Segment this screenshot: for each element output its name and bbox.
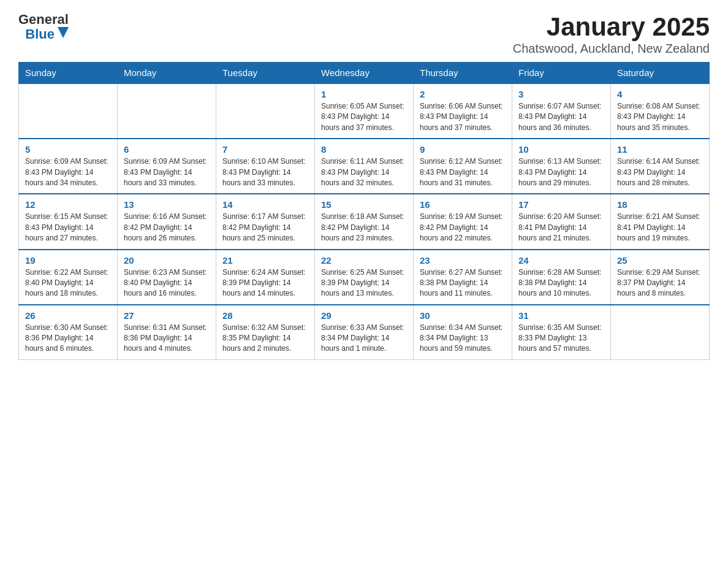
day-info: Sunrise: 6:07 AM Sunset: 8:43 PM Dayligh…	[518, 101, 604, 133]
calendar-day-cell	[611, 305, 710, 360]
calendar-day-cell	[19, 83, 118, 139]
day-info: Sunrise: 6:20 AM Sunset: 8:41 PM Dayligh…	[518, 212, 604, 243]
calendar-day-cell: 5Sunrise: 6:09 AM Sunset: 8:43 PM Daylig…	[19, 139, 118, 194]
calendar-week-row: 12Sunrise: 6:15 AM Sunset: 8:43 PM Dayli…	[19, 194, 710, 249]
day-number: 12	[25, 199, 111, 210]
day-number: 27	[124, 310, 210, 321]
day-number: 7	[222, 144, 308, 155]
day-number: 21	[222, 255, 308, 266]
day-number: 29	[321, 310, 407, 321]
calendar-day-cell: 24Sunrise: 6:28 AM Sunset: 8:38 PM Dayli…	[512, 250, 611, 305]
weekday-header: Monday	[118, 63, 216, 84]
logo-arrow-icon	[58, 27, 69, 38]
day-number: 2	[420, 89, 506, 99]
day-number: 13	[124, 199, 210, 210]
calendar-day-cell: 2Sunrise: 6:06 AM Sunset: 8:43 PM Daylig…	[414, 83, 512, 139]
calendar-day-cell: 26Sunrise: 6:30 AM Sunset: 8:36 PM Dayli…	[19, 305, 118, 360]
day-number: 4	[617, 89, 703, 99]
day-number: 5	[25, 144, 111, 155]
calendar-day-cell: 8Sunrise: 6:11 AM Sunset: 8:43 PM Daylig…	[315, 139, 414, 194]
calendar-day-cell: 29Sunrise: 6:33 AM Sunset: 8:34 PM Dayli…	[315, 305, 414, 360]
day-info: Sunrise: 6:32 AM Sunset: 8:35 PM Dayligh…	[222, 323, 308, 354]
day-number: 26	[25, 310, 111, 321]
day-info: Sunrise: 6:31 AM Sunset: 8:36 PM Dayligh…	[124, 323, 210, 354]
weekday-header-row: SundayMondayTuesdayWednesdayThursdayFrid…	[19, 63, 710, 84]
calendar-week-row: 1Sunrise: 6:05 AM Sunset: 8:43 PM Daylig…	[19, 83, 710, 139]
day-info: Sunrise: 6:12 AM Sunset: 8:43 PM Dayligh…	[420, 156, 506, 188]
logo-blue: Blue	[25, 27, 55, 42]
day-info: Sunrise: 6:19 AM Sunset: 8:42 PM Dayligh…	[420, 212, 506, 243]
calendar-day-cell	[118, 83, 216, 139]
day-number: 9	[420, 144, 506, 155]
day-number: 23	[420, 255, 506, 266]
calendar-day-cell: 21Sunrise: 6:24 AM Sunset: 8:39 PM Dayli…	[216, 250, 315, 305]
day-info: Sunrise: 6:09 AM Sunset: 8:43 PM Dayligh…	[124, 156, 210, 188]
calendar-day-cell: 13Sunrise: 6:16 AM Sunset: 8:42 PM Dayli…	[118, 194, 216, 249]
day-info: Sunrise: 6:11 AM Sunset: 8:43 PM Dayligh…	[321, 156, 407, 188]
day-number: 25	[617, 255, 703, 266]
calendar-day-cell: 14Sunrise: 6:17 AM Sunset: 8:42 PM Dayli…	[216, 194, 315, 249]
calendar-day-cell: 25Sunrise: 6:29 AM Sunset: 8:37 PM Dayli…	[611, 250, 710, 305]
day-info: Sunrise: 6:24 AM Sunset: 8:39 PM Dayligh…	[222, 267, 308, 299]
day-number: 11	[617, 144, 703, 155]
calendar-day-cell: 12Sunrise: 6:15 AM Sunset: 8:43 PM Dayli…	[19, 194, 118, 249]
day-number: 24	[518, 255, 604, 266]
day-info: Sunrise: 6:15 AM Sunset: 8:43 PM Dayligh…	[25, 212, 111, 243]
calendar-day-cell: 6Sunrise: 6:09 AM Sunset: 8:43 PM Daylig…	[118, 139, 216, 194]
day-number: 15	[321, 199, 407, 210]
calendar-subtitle: Chatswood, Auckland, New Zealand	[513, 42, 710, 56]
weekday-header: Tuesday	[216, 63, 315, 84]
calendar-day-cell: 19Sunrise: 6:22 AM Sunset: 8:40 PM Dayli…	[19, 250, 118, 305]
day-info: Sunrise: 6:22 AM Sunset: 8:40 PM Dayligh…	[25, 267, 111, 299]
day-number: 20	[124, 255, 210, 266]
day-number: 3	[518, 89, 604, 99]
calendar-day-cell: 31Sunrise: 6:35 AM Sunset: 8:33 PM Dayli…	[512, 305, 611, 360]
calendar-table: SundayMondayTuesdayWednesdayThursdayFrid…	[18, 62, 710, 360]
calendar-day-cell: 23Sunrise: 6:27 AM Sunset: 8:38 PM Dayli…	[414, 250, 512, 305]
day-number: 31	[518, 310, 604, 321]
weekday-header: Friday	[512, 63, 611, 84]
calendar-title: January 2025	[513, 12, 710, 42]
day-info: Sunrise: 6:21 AM Sunset: 8:41 PM Dayligh…	[617, 212, 703, 243]
calendar-day-cell: 1Sunrise: 6:05 AM Sunset: 8:43 PM Daylig…	[315, 83, 414, 139]
day-number: 22	[321, 255, 407, 266]
day-number: 10	[518, 144, 604, 155]
day-number: 17	[518, 199, 604, 210]
day-info: Sunrise: 6:16 AM Sunset: 8:42 PM Dayligh…	[124, 212, 210, 243]
day-info: Sunrise: 6:27 AM Sunset: 8:38 PM Dayligh…	[420, 267, 506, 299]
calendar-day-cell: 22Sunrise: 6:25 AM Sunset: 8:39 PM Dayli…	[315, 250, 414, 305]
weekday-header: Sunday	[19, 63, 118, 84]
calendar-week-row: 26Sunrise: 6:30 AM Sunset: 8:36 PM Dayli…	[19, 305, 710, 360]
weekday-header: Saturday	[611, 63, 710, 84]
day-number: 16	[420, 199, 506, 210]
day-info: Sunrise: 6:18 AM Sunset: 8:42 PM Dayligh…	[321, 212, 407, 243]
title-block: January 2025 Chatswood, Auckland, New Ze…	[513, 12, 710, 56]
day-info: Sunrise: 6:29 AM Sunset: 8:37 PM Dayligh…	[617, 267, 703, 299]
logo: General Blue	[18, 12, 69, 42]
day-info: Sunrise: 6:13 AM Sunset: 8:43 PM Dayligh…	[518, 156, 604, 188]
page-header: General Blue January 2025 Chatswood, Auc…	[18, 12, 710, 56]
calendar-day-cell: 7Sunrise: 6:10 AM Sunset: 8:43 PM Daylig…	[216, 139, 315, 194]
day-number: 28	[222, 310, 308, 321]
svg-marker-0	[58, 27, 69, 38]
day-number: 8	[321, 144, 407, 155]
weekday-header: Wednesday	[315, 63, 414, 84]
day-number: 1	[321, 89, 407, 99]
calendar-day-cell: 15Sunrise: 6:18 AM Sunset: 8:42 PM Dayli…	[315, 194, 414, 249]
day-info: Sunrise: 6:34 AM Sunset: 8:34 PM Dayligh…	[420, 323, 506, 354]
day-info: Sunrise: 6:05 AM Sunset: 8:43 PM Dayligh…	[321, 101, 407, 133]
calendar-day-cell: 4Sunrise: 6:08 AM Sunset: 8:43 PM Daylig…	[611, 83, 710, 139]
day-info: Sunrise: 6:09 AM Sunset: 8:43 PM Dayligh…	[25, 156, 111, 188]
day-info: Sunrise: 6:08 AM Sunset: 8:43 PM Dayligh…	[617, 101, 703, 133]
day-info: Sunrise: 6:10 AM Sunset: 8:43 PM Dayligh…	[222, 156, 308, 188]
calendar-day-cell: 10Sunrise: 6:13 AM Sunset: 8:43 PM Dayli…	[512, 139, 611, 194]
calendar-day-cell: 30Sunrise: 6:34 AM Sunset: 8:34 PM Dayli…	[414, 305, 512, 360]
day-number: 14	[222, 199, 308, 210]
calendar-day-cell: 17Sunrise: 6:20 AM Sunset: 8:41 PM Dayli…	[512, 194, 611, 249]
calendar-day-cell: 16Sunrise: 6:19 AM Sunset: 8:42 PM Dayli…	[414, 194, 512, 249]
day-number: 19	[25, 255, 111, 266]
calendar-day-cell: 3Sunrise: 6:07 AM Sunset: 8:43 PM Daylig…	[512, 83, 611, 139]
day-info: Sunrise: 6:33 AM Sunset: 8:34 PM Dayligh…	[321, 323, 407, 354]
calendar-week-row: 5Sunrise: 6:09 AM Sunset: 8:43 PM Daylig…	[19, 139, 710, 194]
day-number: 18	[617, 199, 703, 210]
